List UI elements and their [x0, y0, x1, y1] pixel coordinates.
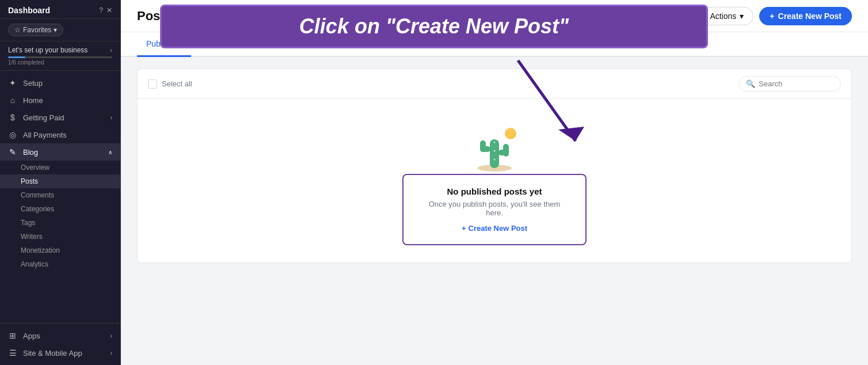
svg-point-10 [494, 150, 496, 152]
setup-chevron-icon: › [110, 47, 112, 54]
sidebar-title: Dashboard [8, 6, 50, 15]
favorites-pill[interactable]: ☆ Favorites ▾ [8, 24, 63, 36]
sidebar-item-analytics[interactable]: Analytics [0, 257, 120, 271]
app-wrapper: Dashboard ? ✕ ☆ Favorites ▾ Let's set up… [0, 0, 868, 365]
search-icon: 🔍 [746, 79, 755, 88]
create-link-label: Create New Post [469, 224, 528, 233]
sidebar-header-icons: ? ✕ [99, 6, 112, 14]
help-button[interactable]: ? [99, 6, 103, 14]
svg-rect-3 [490, 139, 499, 168]
blog-icon: ✎ [8, 147, 17, 157]
sidebar: Dashboard ? ✕ ☆ Favorites ▾ Let's set up… [0, 0, 121, 365]
empty-title: No published posts yet [421, 187, 568, 196]
sidebar-item-monetization[interactable]: Monetization [0, 244, 120, 257]
sidebar-item-label: Apps [23, 332, 40, 340]
sidebar-item-posts[interactable]: Posts [0, 174, 120, 188]
progress-label: 1/6 completed [8, 59, 112, 66]
favorites-bar: ☆ Favorites ▾ [0, 19, 120, 41]
chevron-down-icon: ▾ [740, 12, 744, 21]
sidebar-item-categories[interactable]: Categories [0, 202, 120, 216]
sidebar-item-blog[interactable]: ✎ Blog ∧ [0, 143, 120, 161]
setup-label: Let's set up your business [8, 46, 87, 54]
main-content: Posts ✦ More Actions ▾ + Create New Post… [121, 0, 868, 365]
create-new-post-button[interactable]: + Create New Post [759, 7, 852, 25]
svg-point-11 [494, 159, 496, 161]
empty-box: No published posts yet Once you publish … [402, 174, 587, 245]
chevron-down-icon: ▾ [54, 26, 57, 34]
close-button[interactable]: ✕ [106, 6, 112, 14]
payments-icon: ◎ [8, 130, 17, 139]
plus-icon: + [462, 224, 466, 233]
sidebar-item-all-payments[interactable]: ◎ All Payments [0, 126, 120, 143]
annotation-banner: Click on "Create New Post" [160, 5, 708, 48]
cactus-illustration [466, 122, 523, 174]
sidebar-item-apps[interactable]: ⊞ Apps › [0, 327, 120, 344]
nav-section: ✦ Setup ⌂ Home $ Getting Paid › ◎ All Pa… [0, 71, 120, 323]
setup-icon: ✦ [8, 78, 17, 88]
chevron-right-icon: › [111, 115, 112, 121]
star-icon: ☆ [14, 26, 21, 34]
annotation-text: Click on "Create New Post" [299, 14, 569, 38]
blog-sub-nav: Overview Posts Comments Categories Tags … [0, 161, 120, 271]
chevron-right-icon: › [111, 350, 112, 356]
plus-icon: + [770, 12, 774, 21]
dollar-icon: $ [8, 113, 17, 122]
svg-rect-5 [480, 140, 486, 152]
select-all-row: Select all [148, 79, 192, 89]
sidebar-item-getting-paid[interactable]: $ Getting Paid › [0, 109, 120, 126]
sidebar-item-comments[interactable]: Comments [0, 188, 120, 202]
apps-icon: ⊞ [8, 331, 17, 340]
search-box: 🔍 [738, 76, 841, 92]
select-all-checkbox[interactable] [148, 79, 157, 89]
home-icon: ⌂ [8, 96, 17, 105]
svg-point-9 [494, 142, 496, 143]
favorites-label: Favorites [23, 26, 51, 34]
sidebar-item-label: Setup [23, 79, 43, 88]
select-all-label[interactable]: Select all [162, 79, 192, 88]
svg-rect-7 [503, 144, 509, 157]
search-input[interactable] [759, 79, 833, 88]
posts-card: Select all 🔍 [137, 69, 852, 263]
site-icon: ☰ [8, 348, 17, 358]
setup-section: Let's set up your business › 1/6 complet… [0, 41, 120, 71]
progress-fill [8, 56, 25, 58]
chevron-down-icon: ∧ [108, 149, 112, 155]
progress-bar [8, 56, 112, 58]
sidebar-item-site-mobile[interactable]: ☰ Site & Mobile App › [0, 344, 120, 362]
svg-point-8 [505, 128, 516, 139]
sidebar-bottom: ⊞ Apps › ☰ Site & Mobile App › [0, 323, 120, 365]
sidebar-item-setup[interactable]: ✦ Setup [0, 74, 120, 92]
sidebar-item-home[interactable]: ⌂ Home [0, 92, 120, 109]
sidebar-item-label: Site & Mobile App [23, 349, 82, 358]
chevron-right-icon: › [111, 333, 112, 339]
sidebar-item-label: Getting Paid [23, 113, 64, 122]
content-area: Select all 🔍 [121, 57, 868, 365]
sidebar-item-overview[interactable]: Overview [0, 161, 120, 174]
empty-create-link[interactable]: + Create New Post [421, 224, 568, 233]
create-post-label: Create New Post [778, 12, 842, 21]
sidebar-item-label: Home [23, 96, 43, 105]
empty-description: Once you publish posts, you'll see them … [421, 200, 568, 217]
sidebar-item-label: All Payments [23, 131, 67, 139]
sidebar-header: Dashboard ? ✕ [0, 0, 120, 19]
empty-state: No published posts yet Once you publish … [138, 99, 851, 263]
setup-row[interactable]: Let's set up your business › [8, 46, 112, 54]
posts-toolbar: Select all 🔍 [138, 69, 851, 99]
sidebar-item-tags[interactable]: Tags [0, 216, 120, 230]
sidebar-item-label: Blog [23, 148, 38, 157]
sidebar-item-writers[interactable]: Writers [0, 230, 120, 244]
